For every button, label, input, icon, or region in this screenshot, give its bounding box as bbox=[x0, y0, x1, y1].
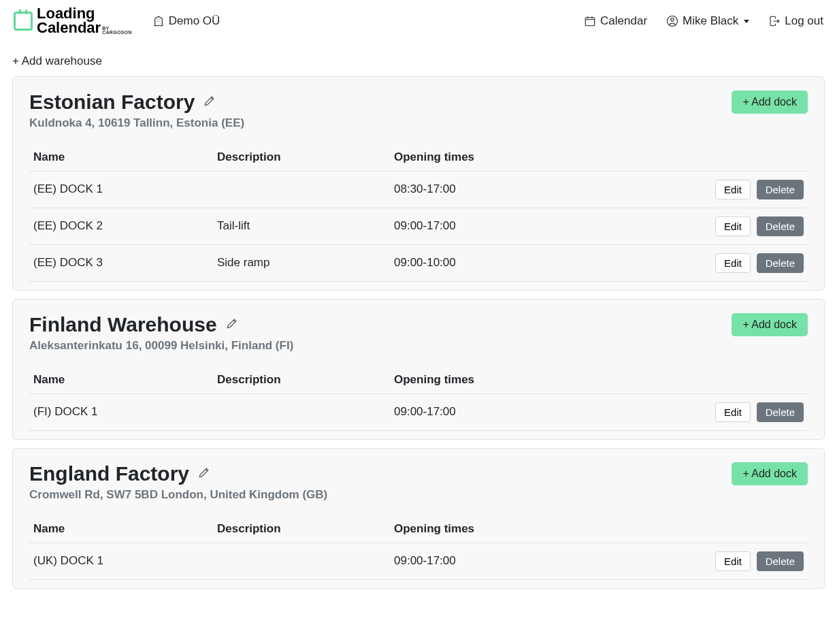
logo-sub: BY CARGOSON bbox=[102, 27, 132, 35]
edit-button[interactable]: Edit bbox=[715, 180, 751, 199]
warehouse-title: Finland Warehouse bbox=[29, 313, 217, 336]
warehouse-card: Finland Warehouse Aleksanterinkatu 16, 0… bbox=[12, 299, 825, 440]
col-header-description: Description bbox=[213, 515, 390, 543]
add-dock-button[interactable]: + Add dock bbox=[732, 91, 808, 114]
delete-button[interactable]: Delete bbox=[757, 180, 804, 199]
warehouse-title: Estonian Factory bbox=[29, 91, 195, 114]
logout-link[interactable]: Log out bbox=[768, 14, 823, 28]
calendar-logo-icon bbox=[14, 12, 33, 31]
chevron-down-icon bbox=[744, 20, 749, 23]
dock-description bbox=[213, 393, 390, 430]
card-header: England Factory Cromwell Rd, SW7 5BD Lon… bbox=[29, 462, 808, 502]
logo-text: Loading Calendar BY CARGOSON bbox=[37, 7, 132, 35]
dock-name: (EE) DOCK 3 bbox=[29, 244, 213, 281]
warehouse-address: Cromwell Rd, SW7 5BD London, United King… bbox=[29, 488, 327, 502]
row-actions: Edit Delete bbox=[692, 208, 808, 244]
delete-button[interactable]: Delete bbox=[757, 402, 804, 422]
dock-times: 08:30-17:00 bbox=[390, 171, 692, 208]
delete-button[interactable]: Delete bbox=[757, 216, 804, 236]
card-title-wrap: England Factory Cromwell Rd, SW7 5BD Lon… bbox=[29, 462, 327, 502]
col-header-actions bbox=[692, 144, 808, 172]
table-header-row: Name Description Opening times bbox=[29, 366, 808, 394]
pencil-icon bbox=[197, 466, 211, 479]
dock-name: (UK) DOCK 1 bbox=[29, 543, 213, 579]
card-title: England Factory bbox=[29, 462, 327, 485]
building-icon bbox=[152, 15, 165, 27]
warehouse-card: Estonian Factory Kuldnoka 4, 10619 Talli… bbox=[12, 76, 825, 291]
row-actions: Edit Delete bbox=[692, 244, 808, 281]
user-menu[interactable]: Mike Black bbox=[666, 14, 749, 28]
col-header-times: Opening times bbox=[390, 366, 692, 394]
add-dock-button[interactable]: + Add dock bbox=[732, 462, 808, 485]
row-actions: Edit Delete bbox=[692, 543, 808, 579]
dock-description bbox=[213, 171, 390, 208]
card-title-wrap: Estonian Factory Kuldnoka 4, 10619 Talli… bbox=[29, 91, 244, 130]
svg-rect-0 bbox=[585, 18, 595, 26]
user-icon bbox=[666, 15, 678, 27]
warehouse-address: Aleksanterinkatu 16, 00099 Helsinki, Fin… bbox=[29, 339, 293, 353]
pencil-icon bbox=[203, 94, 216, 108]
navbar-right: Calendar Mike Black Log out bbox=[584, 14, 823, 28]
logout-label: Log out bbox=[785, 14, 823, 28]
col-header-name: Name bbox=[29, 515, 213, 543]
col-header-description: Description bbox=[213, 366, 390, 394]
add-dock-button[interactable]: + Add dock bbox=[732, 313, 808, 336]
navbar: Loading Calendar BY CARGOSON Demo OÜ Cal… bbox=[0, 0, 837, 42]
calendar-link[interactable]: Calendar bbox=[584, 14, 647, 28]
user-name: Mike Black bbox=[683, 14, 738, 28]
edit-warehouse-button[interactable] bbox=[225, 317, 239, 333]
col-header-actions bbox=[692, 366, 808, 394]
delete-button[interactable]: Delete bbox=[757, 253, 804, 273]
pencil-icon bbox=[225, 317, 239, 330]
row-actions: Edit Delete bbox=[692, 171, 808, 208]
dock-name: (EE) DOCK 1 bbox=[29, 171, 213, 208]
docks-table: Name Description Opening times (UK) DOCK… bbox=[29, 515, 808, 580]
col-header-name: Name bbox=[29, 144, 213, 172]
table-header-row: Name Description Opening times bbox=[29, 515, 808, 543]
card-title-wrap: Finland Warehouse Aleksanterinkatu 16, 0… bbox=[29, 313, 293, 353]
dock-times: 09:00-17:00 bbox=[390, 393, 692, 430]
edit-warehouse-button[interactable] bbox=[197, 466, 211, 482]
edit-button[interactable]: Edit bbox=[715, 402, 751, 422]
logout-icon bbox=[768, 15, 781, 27]
dock-description: Side ramp bbox=[213, 244, 390, 281]
docks-table: Name Description Opening times (EE) DOCK… bbox=[29, 144, 808, 282]
col-header-times: Opening times bbox=[390, 515, 692, 543]
dock-description: Tail-lift bbox=[213, 208, 390, 244]
card-header: Finland Warehouse Aleksanterinkatu 16, 0… bbox=[29, 313, 808, 353]
add-warehouse-button[interactable]: + Add warehouse bbox=[12, 42, 825, 76]
dock-times: 09:00-17:00 bbox=[390, 543, 692, 579]
dock-times: 09:00-17:00 bbox=[390, 208, 692, 244]
card-title: Estonian Factory bbox=[29, 91, 244, 114]
table-row: (FI) DOCK 1 09:00-17:00 Edit Delete bbox=[29, 393, 808, 430]
table-header-row: Name Description Opening times bbox=[29, 144, 808, 172]
company-switcher[interactable]: Demo OÜ bbox=[152, 14, 220, 28]
dock-name: (FI) DOCK 1 bbox=[29, 393, 213, 430]
logo[interactable]: Loading Calendar BY CARGOSON bbox=[14, 7, 132, 35]
table-row: (EE) DOCK 3 Side ramp 09:00-10:00 Edit D… bbox=[29, 244, 808, 281]
delete-button[interactable]: Delete bbox=[757, 551, 804, 571]
warehouse-card: England Factory Cromwell Rd, SW7 5BD Lon… bbox=[12, 448, 825, 589]
edit-button[interactable]: Edit bbox=[715, 216, 751, 236]
col-header-actions bbox=[692, 515, 808, 543]
svg-point-2 bbox=[671, 18, 674, 21]
edit-warehouse-button[interactable] bbox=[203, 94, 216, 110]
edit-button[interactable]: Edit bbox=[715, 253, 751, 273]
warehouses-container: Estonian Factory Kuldnoka 4, 10619 Talli… bbox=[12, 76, 825, 589]
warehouse-address: Kuldnoka 4, 10619 Tallinn, Estonia (EE) bbox=[29, 116, 244, 130]
warehouse-title: England Factory bbox=[29, 462, 189, 485]
calendar-icon bbox=[584, 15, 596, 27]
card-header: Estonian Factory Kuldnoka 4, 10619 Talli… bbox=[29, 91, 808, 130]
docks-table: Name Description Opening times (FI) DOCK… bbox=[29, 366, 808, 431]
dock-times: 09:00-10:00 bbox=[390, 244, 692, 281]
col-header-description: Description bbox=[213, 144, 390, 172]
edit-button[interactable]: Edit bbox=[715, 551, 751, 571]
table-row: (EE) DOCK 2 Tail-lift 09:00-17:00 Edit D… bbox=[29, 208, 808, 244]
content: + Add warehouse Estonian Factory Kuldnok… bbox=[0, 42, 837, 611]
dock-name: (EE) DOCK 2 bbox=[29, 208, 213, 244]
card-title: Finland Warehouse bbox=[29, 313, 293, 336]
calendar-label: Calendar bbox=[600, 14, 647, 28]
table-row: (UK) DOCK 1 09:00-17:00 Edit Delete bbox=[29, 543, 808, 579]
company-name: Demo OÜ bbox=[169, 14, 220, 28]
col-header-name: Name bbox=[29, 366, 213, 394]
